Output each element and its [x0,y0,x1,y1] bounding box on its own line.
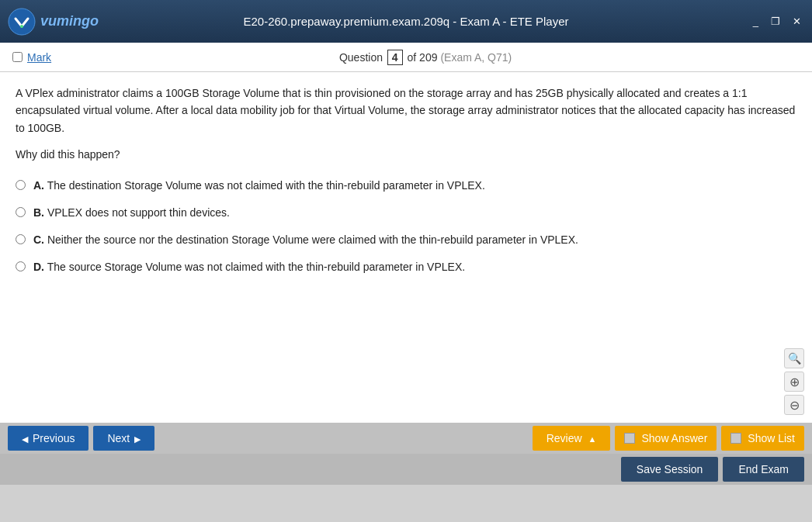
close-button[interactable]: ✕ [789,16,804,27]
svg-point-0 [9,9,35,35]
review-arrow-icon [588,432,597,444]
option-c: C. Neither the source nor the destinatio… [16,232,796,248]
search-icon-button[interactable]: 🔍 [784,348,804,368]
of-text: of 209 [408,51,438,64]
prev-arrow-icon [22,432,28,444]
previous-button[interactable]: Previous [8,426,88,451]
mark-checkbox-input[interactable] [12,52,23,62]
option-b: B. VPLEX does not support thin devices. [16,205,796,221]
zoom-in-button[interactable]: ⊕ [784,372,804,392]
options-list: A. The destination Storage Volume was no… [16,178,796,275]
nav-row-2: Save Session End Exam [0,454,812,485]
show-answer-checkbox-icon [624,433,635,444]
review-button[interactable]: Review [533,426,611,451]
next-arrow-icon [134,432,141,444]
option-b-radio[interactable] [16,207,26,217]
nav-row-1: Previous Next Review Show Answer Show Li… [0,423,812,454]
mark-checkbox[interactable]: Mark [12,51,51,64]
logo-text: vumingo [40,13,99,29]
app-title: E20-260.prepaway.premium.exam.209q - Exa… [243,15,568,28]
next-button[interactable]: Next [93,426,154,451]
option-a-text: A. The destination Storage Volume was no… [33,178,796,194]
why-question: Why did this happen? [16,146,796,163]
option-d: D. The source Storage Volume was not cla… [16,259,796,275]
option-a: A. The destination Storage Volume was no… [16,178,796,194]
question-number: 4 [387,50,403,65]
option-b-text: B. VPLEX does not support thin devices. [33,205,796,221]
vumingo-logo [8,8,36,36]
show-answer-button[interactable]: Show Answer [615,426,717,451]
show-list-checkbox-icon [730,433,741,444]
bottom-nav: Previous Next Review Show Answer Show Li… [0,423,812,485]
save-session-button[interactable]: Save Session [621,457,719,482]
minimize-button[interactable]: _ [750,16,762,27]
exam-info: (Exam A, Q71) [440,51,512,64]
title-bar: vumingo E20-260.prepaway.premium.exam.20… [0,0,812,43]
zoom-out-button[interactable]: ⊖ [784,395,804,415]
restore-button[interactable]: ❐ [768,16,783,27]
svg-point-1 [20,25,23,28]
option-d-text: D. The source Storage Volume was not cla… [33,259,796,275]
option-c-text: C. Neither the source nor the destinatio… [33,232,796,248]
question-body: A VPlex administrator claims a 100GB Sto… [16,87,795,134]
option-c-radio[interactable] [16,234,26,244]
window-controls: _ ❐ ✕ [750,16,804,27]
option-d-radio[interactable] [16,261,26,271]
show-list-button[interactable]: Show List [721,426,804,451]
question-header: Mark Question 4 of 209 (Exam A, Q71) [0,43,812,72]
logo: vumingo [8,8,99,36]
question-text: A VPlex administrator claims a 100GB Sto… [16,85,796,164]
question-info: Question 4 of 209 (Exam A, Q71) [51,50,800,65]
main-content: A VPlex administrator claims a 100GB Sto… [0,72,812,423]
option-a-radio[interactable] [16,180,26,190]
end-exam-button[interactable]: End Exam [723,457,804,482]
mark-label: Mark [27,51,51,64]
sidebar-icons: 🔍 ⊕ ⊖ [784,348,804,415]
question-label: Question [339,51,383,64]
